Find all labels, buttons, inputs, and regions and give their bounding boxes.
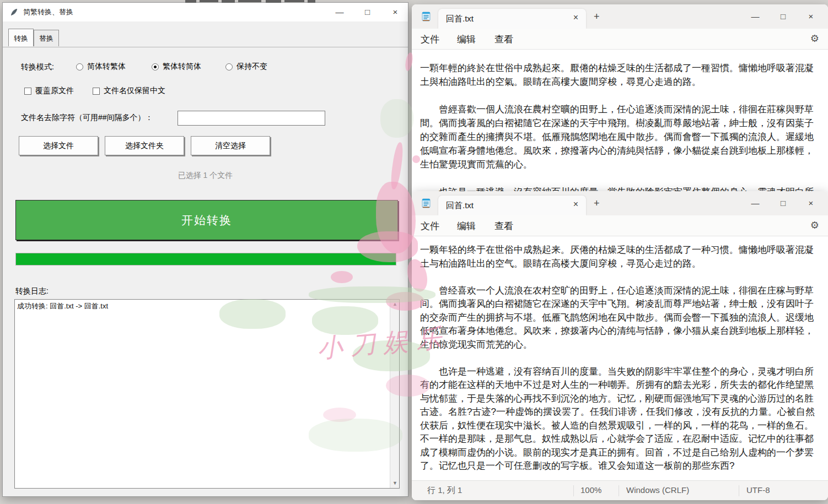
radio-t2s[interactable]: 繁体转简体 — [152, 62, 201, 72]
tab-convert[interactable]: 转换 — [8, 29, 34, 46]
log-label: 转换日志: — [15, 286, 49, 296]
radio-circle-icon — [225, 63, 233, 71]
menu-file[interactable]: 文件 — [421, 33, 439, 46]
scroll-down-icon[interactable]: ▼ — [390, 479, 400, 488]
background-window-artifact — [222, 0, 235, 3]
statusbar-divider — [573, 485, 574, 496]
selection-status: 已选择 1 个文件 — [3, 171, 408, 181]
maximize-icon[interactable]: □ — [771, 194, 796, 213]
paragraph: 曾经喜欢一个人流浪在农村空旷的田野上，任心追逐淡而深情的泥土味，徘徊在庄稼与野草… — [412, 284, 828, 352]
checkbox-icon — [24, 88, 31, 95]
select-folder-button[interactable]: 选择文件夹 — [105, 136, 184, 155]
statusbar-divider — [739, 485, 739, 496]
checkbox-keep-chinese-name[interactable]: 文件名仅保留中文 — [93, 86, 165, 96]
background-window-artifact — [308, 0, 315, 3]
desktop: 简繁转换、替换 — □ × 转换 替换 转换模式: 简体转繁体 繁体转简体 保持… — [0, 0, 828, 504]
background-window-artifact — [284, 0, 304, 2]
paragraph: 曾經喜歡一個人流浪在農村空曠的田野上，任心追逐淡而深情的泥土味，徘徊在莊稼與野草… — [412, 102, 828, 171]
log-scrollbar[interactable]: ▲ ▼ — [390, 300, 399, 488]
menu-view[interactable]: 查看 — [494, 33, 513, 46]
line-ending[interactable]: Windows (CRLF) — [626, 485, 689, 495]
converter-titlebar[interactable]: 简繁转换、替换 — □ × — [3, 3, 408, 21]
minimize-icon[interactable]: — — [327, 3, 352, 21]
paragraph: 也许是一种逃避，没有容纳百川的度量。当失败的阴影牢牢罩住整个的身心，灵魂才明白所… — [412, 365, 828, 473]
menu-edit[interactable]: 编辑 — [457, 220, 476, 232]
menu-view[interactable]: 查看 — [494, 220, 513, 232]
radio-label: 繁体转简体 — [163, 62, 201, 72]
progress-fill — [16, 253, 396, 265]
scroll-up-icon[interactable]: ▲ — [390, 300, 400, 309]
background-window-artifact — [185, 0, 196, 3]
converter-window: 简繁转换、替换 — □ × 转换 替换 转换模式: 简体转繁体 繁体转简体 保持… — [2, 2, 408, 497]
app-feather-icon — [9, 8, 19, 17]
radio-label: 简体转繁体 — [87, 62, 126, 72]
tab-title: 回首.txt — [446, 14, 474, 24]
notepad-titlebar[interactable]: 回首.txt × + — □ × — [412, 191, 828, 215]
maximize-icon[interactable]: □ — [355, 3, 380, 21]
menu-edit[interactable]: 编辑 — [457, 33, 476, 46]
close-icon[interactable]: × — [798, 194, 824, 213]
conversion-log[interactable]: 成功转换: 回首.txt -> 回首.txt ▲ ▼ — [14, 299, 400, 489]
menu-file[interactable]: 文件 — [421, 220, 439, 232]
minimize-icon[interactable]: — — [743, 7, 768, 26]
settings-gear-icon[interactable]: ⚙ — [810, 219, 819, 231]
radio-circle-icon — [76, 63, 83, 71]
notepad-menubar: 文件 编辑 查看 ⚙ — [412, 215, 828, 236]
notepad-statusbar: 行 1, 列 1 100% Windows (CRLF) UTF-8 — [412, 480, 828, 500]
log-line: 成功转换: 回首.txt -> 回首.txt — [17, 301, 389, 487]
statusbar-divider — [619, 485, 619, 496]
editor-text-simplified[interactable]: 一颗年轻的终于在世俗中成熟起来。厌倦的枯燥乏味的生活都成了一种习惯。慵懒地呼吸著… — [412, 237, 828, 480]
zoom-level[interactable]: 100% — [580, 485, 601, 495]
encoding[interactable]: UTF-8 — [746, 485, 770, 495]
radio-circle-selected-icon — [152, 63, 159, 71]
tab-title: 回首.txt — [446, 200, 474, 211]
clear-selection-button[interactable]: 清空选择 — [191, 136, 270, 155]
new-tab-icon[interactable]: + — [594, 198, 600, 209]
notepad-app-icon — [421, 11, 432, 22]
tab-divider — [3, 47, 408, 47]
strip-chars-label: 文件名去除字符（可用##间隔多个）： — [21, 113, 153, 123]
mode-label: 转换模式: — [21, 62, 54, 72]
close-icon[interactable]: × — [798, 7, 824, 26]
radio-label: 保持不变 — [236, 62, 267, 72]
maximize-icon[interactable]: □ — [771, 7, 796, 26]
cursor-position: 行 1, 列 1 — [427, 485, 462, 496]
checkbox-icon — [93, 88, 100, 95]
minimize-icon[interactable]: — — [743, 194, 768, 213]
checkbox-label: 覆盖原文件 — [35, 86, 74, 96]
settings-gear-icon[interactable]: ⚙ — [810, 32, 819, 45]
progress-bar — [15, 253, 396, 265]
notepad-menubar: 文件 编辑 查看 ⚙ — [412, 29, 828, 50]
checkbox-overwrite[interactable]: 覆盖原文件 — [24, 86, 74, 96]
background-window-artifact — [200, 0, 218, 2]
new-tab-icon[interactable]: + — [594, 11, 600, 23]
strip-chars-input[interactable] — [178, 111, 325, 126]
paragraph: 一颗年轻的终于在世俗中成熟起来。厌倦的枯燥乏味的生活都成了一种习惯。慵懒地呼吸著… — [412, 243, 828, 270]
radio-s2t[interactable]: 简体转繁体 — [76, 62, 126, 72]
notepad-titlebar[interactable]: 回首.txt × + — □ × — [412, 4, 828, 29]
paragraph: 一顆年輕的終於在世俗中成熟起來。厭倦的枯燥乏味的生活都成了一種習慣。慵懶地呼吸著… — [412, 61, 828, 89]
tab-close-icon[interactable]: × — [573, 13, 578, 23]
window-title: 简繁转换、替换 — [23, 7, 73, 17]
radio-keep[interactable]: 保持不变 — [225, 62, 267, 72]
close-icon[interactable]: × — [383, 3, 408, 21]
tab-file[interactable]: 回首.txt × — [438, 9, 586, 29]
tab-replace[interactable]: 替换 — [34, 30, 59, 46]
select-files-button[interactable]: 选择文件 — [19, 136, 98, 155]
tab-close-icon[interactable]: × — [573, 199, 578, 209]
background-window-artifact — [266, 0, 281, 3]
notepad-window-simplified: 回首.txt × + — □ × 文件 编辑 查看 ⚙ 一颗年轻的终于在世俗中成… — [412, 191, 828, 500]
background-window-artifact — [238, 0, 261, 2]
checkbox-label: 文件名仅保留中文 — [104, 86, 165, 96]
tab-file[interactable]: 回首.txt × — [438, 196, 586, 215]
notepad-app-icon — [421, 198, 432, 209]
start-convert-button[interactable]: 开始转换 — [15, 200, 398, 240]
